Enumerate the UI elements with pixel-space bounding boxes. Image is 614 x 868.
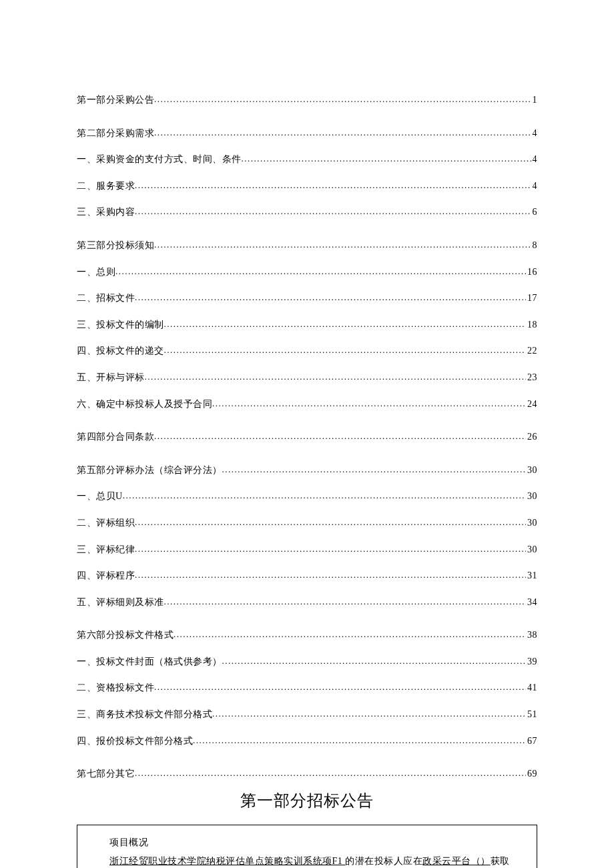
toc-entry: 第六部分投标文件格式38 — [77, 628, 537, 642]
toc-entry: 二、招标文件17 — [77, 292, 537, 305]
toc-leader-dots — [193, 735, 526, 747]
toc-leader-dots — [135, 516, 526, 528]
toc-label: 一、总贝U — [77, 490, 123, 503]
toc-leader-dots — [242, 153, 531, 165]
toc-entry: 五、评标细则及标准34 — [77, 596, 537, 609]
toc-leader-dots — [154, 239, 531, 251]
toc-page-number: 17 — [526, 292, 537, 305]
toc-entry: 二、资格投标文件41 — [77, 681, 537, 695]
overview-mid-text: 的潜在投标人应在 — [345, 856, 422, 866]
toc-page-number: 23 — [526, 371, 537, 384]
overview-title: 项目概况 — [91, 833, 523, 852]
toc-leader-dots — [135, 205, 531, 218]
toc-label: 第三部分投标须知 — [77, 239, 154, 252]
toc-label: 一、总则 — [77, 266, 115, 279]
toc-label: 第四部分合同条款 — [77, 430, 154, 444]
toc-entry: 一、采购资金的支付方式、时间、条件4 — [77, 153, 537, 166]
toc-leader-dots — [222, 655, 527, 667]
toc-page-number: 67 — [526, 735, 537, 748]
toc-label: 三、投标文件的编制 — [77, 318, 164, 332]
toc-entry: 三、投标文件的编制18 — [77, 318, 537, 332]
platform-underlined: 政采云平台（） — [422, 856, 491, 866]
document-page: 第一部分采购公告1第二部分采购需求4一、采购资金的支付方式、时间、条件4二、服务… — [0, 0, 614, 868]
toc-label: 三、商务技术投标文件部分格式 — [77, 708, 212, 721]
toc-leader-dots — [174, 628, 526, 640]
toc-page-number: 1 — [531, 93, 538, 107]
toc-page-number: 39 — [526, 655, 537, 669]
toc-entry: 第一部分采购公告1 — [77, 93, 537, 107]
toc-leader-dots — [123, 490, 526, 502]
toc-page-number: 16 — [526, 266, 537, 279]
toc-page-number: 24 — [526, 398, 537, 411]
toc-label: 一、采购资金的支付方式、时间、条件 — [77, 153, 242, 166]
table-of-contents: 第一部分采购公告1第二部分采购需求4一、采购资金的支付方式、时间、条件4二、服务… — [77, 93, 537, 781]
toc-entry: 二、服务要求4 — [77, 179, 537, 193]
toc-leader-dots — [154, 430, 526, 442]
toc-entry: 一、总贝U30 — [77, 490, 537, 503]
toc-leader-dots — [164, 344, 527, 356]
toc-label: 二、服务要求 — [77, 179, 135, 193]
toc-leader-dots — [212, 398, 526, 410]
toc-page-number: 6 — [531, 205, 538, 219]
project-overview-box: 项目概况 浙江经贸职业技术学院纳税评估单点策略实训系统项F1 的潜在投标人应在政… — [77, 825, 537, 868]
toc-page-number: 4 — [531, 153, 538, 166]
toc-leader-dots — [212, 708, 526, 720]
toc-entry: 一、总则16 — [77, 266, 537, 279]
toc-leader-dots — [154, 127, 531, 139]
toc-entry: 第七部分其它69 — [77, 767, 537, 781]
toc-label: 二、资格投标文件 — [77, 681, 154, 695]
toc-label: 第一部分采购公告 — [77, 93, 154, 107]
toc-leader-dots — [164, 318, 527, 330]
toc-entry: 三、评标纪律30 — [77, 543, 537, 556]
toc-page-number: 22 — [526, 344, 537, 358]
toc-page-number: 30 — [526, 543, 537, 556]
toc-leader-dots — [222, 464, 527, 476]
toc-entry: 第四部分合同条款26 — [77, 430, 537, 444]
toc-label: 二、招标文件 — [77, 292, 135, 305]
toc-entry: 四、报价投标文件部分格式67 — [77, 735, 537, 748]
toc-label: 第七部分其它 — [77, 767, 135, 781]
toc-leader-dots — [154, 93, 531, 105]
toc-page-number: 18 — [526, 318, 537, 332]
toc-entry: 二、评标组织30 — [77, 516, 537, 530]
toc-entry: 第三部分投标须知8 — [77, 239, 537, 252]
toc-label: 一、投标文件封面（格式供参考） — [77, 655, 222, 669]
toc-label: 第六部分投标文件格式 — [77, 628, 174, 642]
toc-label: 五、评标细则及标准 — [77, 596, 164, 609]
toc-page-number: 69 — [526, 767, 537, 781]
toc-page-number: 31 — [526, 569, 537, 582]
toc-page-number: 30 — [526, 490, 537, 503]
toc-label: 第五部分评标办法（综合评分法） — [77, 464, 222, 477]
toc-page-number: 4 — [531, 179, 538, 193]
toc-leader-dots — [135, 292, 526, 304]
toc-leader-dots — [135, 767, 526, 779]
overview-body: 浙江经贸职业技术学院纳税评估单点策略实训系统项F1 的潜在投标人应在政采云平台（… — [91, 852, 523, 868]
toc-label: 三、评标纪律 — [77, 543, 135, 556]
section-heading: 第一部分招标公告 — [77, 790, 537, 811]
toc-label: 五、开标与评标 — [77, 371, 145, 384]
toc-leader-dots — [135, 569, 526, 581]
toc-leader-dots — [145, 371, 527, 383]
toc-leader-dots — [154, 681, 526, 693]
toc-page-number: 41 — [526, 681, 537, 695]
toc-page-number: 51 — [526, 708, 537, 721]
toc-label: 四、评标程序 — [77, 569, 135, 582]
toc-entry: 三、商务技术投标文件部分格式51 — [77, 708, 537, 721]
toc-leader-dots — [164, 596, 527, 608]
toc-leader-dots — [135, 543, 526, 555]
toc-page-number: 26 — [526, 430, 537, 444]
toc-leader-dots — [115, 266, 526, 278]
toc-page-number: 38 — [526, 628, 537, 642]
toc-label: 四、报价投标文件部分格式 — [77, 735, 193, 748]
toc-entry: 六、确定中标投标人及授予合同24 — [77, 398, 537, 411]
toc-page-number: 4 — [531, 127, 538, 140]
toc-entry: 第二部分采购需求4 — [77, 127, 537, 140]
toc-label: 四、投标文件的递交 — [77, 344, 164, 358]
toc-label: 第二部分采购需求 — [77, 127, 154, 140]
toc-entry: 三、采购内容6 — [77, 205, 537, 219]
toc-entry: 四、投标文件的递交22 — [77, 344, 537, 358]
toc-label: 六、确定中标投标人及授予合同 — [77, 398, 212, 411]
toc-page-number: 30 — [526, 464, 537, 477]
toc-page-number: 34 — [526, 596, 537, 609]
toc-label: 二、评标组织 — [77, 516, 135, 530]
